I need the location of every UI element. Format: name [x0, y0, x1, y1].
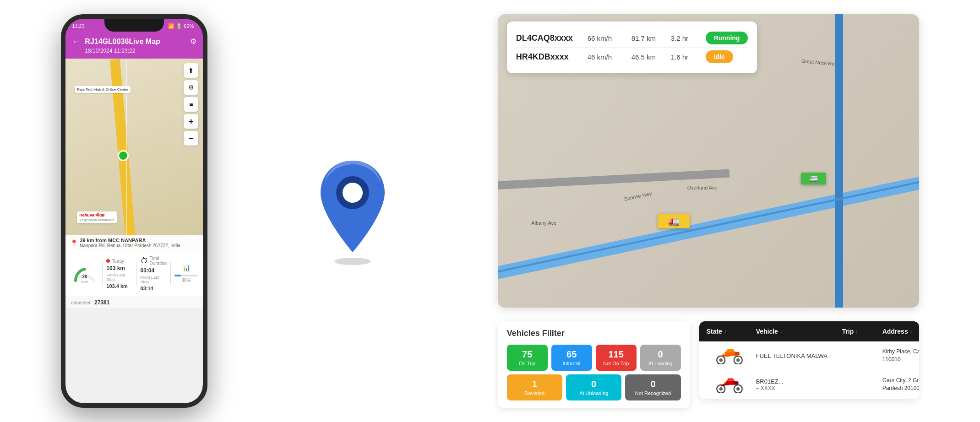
vehicle1-speed: 66 km/h [588, 34, 624, 42]
table-row: BR01EZ... – XXXX Gaur City, 2 Greater No… [699, 370, 919, 399]
map-settings[interactable]: ⚙ [184, 80, 198, 95]
svg-point-13 [719, 387, 723, 391]
vehicle1-dist: 81.7 km [632, 34, 664, 42]
svg-text:km/h: km/h [82, 280, 88, 283]
svg-point-7 [719, 358, 723, 362]
map-zoom-in[interactable]: + [184, 114, 198, 129]
vehicle1-id: DL4CAQ8xxxx [516, 33, 580, 43]
vehicle-row-1: DL4CAQ8xxxx 66 km/h 81.7 km 3.2 hr Runni… [516, 29, 748, 47]
vehicle1-time: 3.2 hr [671, 34, 698, 42]
address-2: Gaur City, 2 Greater Noida, Ghaziabad Ut… [882, 377, 919, 392]
truck-yellow: 🚛 [658, 214, 690, 228]
filter-not-on-trip[interactable]: 115 Not On Trip [596, 345, 637, 371]
back-icon[interactable]: ← [72, 36, 81, 47]
location-text: 📍 39 km from MCC NANPARA Nanpara Rd, Reh… [65, 235, 203, 251]
svg-point-14 [736, 387, 740, 391]
filter-deviated[interactable]: 1 Deviated [507, 374, 562, 400]
th-vehicle: Vehicle ↕ [756, 328, 838, 335]
phone-map: Raja Tech Hub & Online Center ⬆ ⚙ ≡ + − … [65, 59, 203, 251]
svg-rect-15 [734, 381, 738, 384]
th-address: Address ↕ [882, 328, 919, 335]
vehicle2-time: 1.6 hr [671, 53, 698, 61]
vehicle-icon-1 [707, 347, 752, 364]
svg-point-16 [724, 381, 726, 384]
truck-green: 🚐 [801, 173, 826, 184]
filter-grid-bottom: 1 Deviated 0 At Unloading 0 Not Recogniz… [507, 374, 681, 400]
settings-icon[interactable]: ⚙ [190, 37, 196, 46]
phone-stats: 20 km/h Today 103 km From Last Stop 103.… [65, 251, 203, 296]
status-icons: 📶 🔋 66% [168, 23, 194, 29]
phone-header: ← RJ14GL0036Live Map ⚙ 18/10/2024 11:23:… [65, 33, 203, 59]
vehicle2-id: HR4KDBxxxx [516, 52, 580, 62]
phone-notch [104, 19, 164, 32]
filter-on-trip[interactable]: 75 On Trip [507, 345, 548, 371]
vehicle2-dist: 46.5 km [632, 53, 664, 61]
data-table: State ↕ Vehicle ↕ Trip ↕ Address ↕ LU [699, 321, 919, 399]
filter-at-unloading[interactable]: 0 At Unloading [566, 374, 621, 400]
map-info-card: DL4CAQ8xxxx 66 km/h 81.7 km 3.2 hr Runni… [507, 22, 757, 73]
vehicle-name-2: BR01EZ... – XXXX [756, 378, 838, 391]
vehicle-name-1: FUEL TELTONIKA MALWA [756, 352, 838, 359]
svg-point-10 [723, 353, 725, 355]
filter-at-loading[interactable]: 0 At Loading [640, 345, 681, 371]
map-layers[interactable]: ≡ [184, 97, 198, 112]
status-time: 11:23 [72, 23, 85, 29]
svg-point-2 [334, 258, 371, 265]
vehicle2-speed: 46 km/h [588, 53, 624, 61]
phone-title: RJ14GL0036Live Map [85, 38, 186, 46]
svg-point-8 [736, 358, 740, 362]
table-header: State ↕ Vehicle ↕ Trip ↕ Address ↕ LU [699, 321, 919, 341]
filter-panel: Vehicles Filiter 75 On Trip 65 Intransit… [498, 321, 690, 408]
address-1: Kirby Place, Cantoment, New Delhi, delhi… [882, 348, 919, 363]
filter-grid-top: 75 On Trip 65 Intransit 115 Not On Trip … [507, 345, 681, 371]
right-section: Sunrise Hwy Albany Ave Overland Ave Grea… [498, 14, 919, 408]
vehicle-row-2: HR4KDBxxxx 46 km/h 46.5 km 1.6 hr Idle [516, 47, 748, 66]
phone-date: 18/10/2024 11:23:22 [85, 48, 196, 54]
bottom-row: Vehicles Filiter 75 On Trip 65 Intransit… [498, 317, 919, 408]
svg-text:20: 20 [82, 274, 88, 279]
vehicle-icon-2 [707, 376, 752, 393]
map-poi: Raja Tech Hub & Online Center [75, 86, 130, 93]
svg-rect-9 [735, 352, 740, 356]
table-row: FUEL TELTONIKA MALWA Kirby Place, Cantom… [699, 341, 919, 370]
filter-intransit[interactable]: 65 Intransit [551, 345, 592, 371]
filter-title: Vehicles Filiter [507, 329, 681, 338]
map-compass[interactable]: ⬆ [184, 63, 198, 78]
svg-point-4 [343, 183, 363, 203]
filter-not-recognized[interactable]: 0 Not Recognized [625, 374, 681, 400]
vehicle2-status: Idle [706, 50, 733, 63]
map-widget: Sunrise Hwy Albany Ave Overland Ave Grea… [498, 14, 919, 308]
map-zoom-out[interactable]: − [184, 131, 198, 146]
vehicle1-status: Running [706, 32, 748, 44]
restaurant-poi: Rehuva चौराहा Vegetarian restaurant [77, 211, 117, 223]
phone-mockup: 11:23 📶 🔋 66% ← RJ14GL0036Live Map ⚙ 18/… [61, 14, 207, 408]
location-pin-graphic [302, 156, 403, 266]
th-state: State ↕ [707, 328, 752, 335]
th-trip: Trip ↕ [842, 328, 879, 335]
